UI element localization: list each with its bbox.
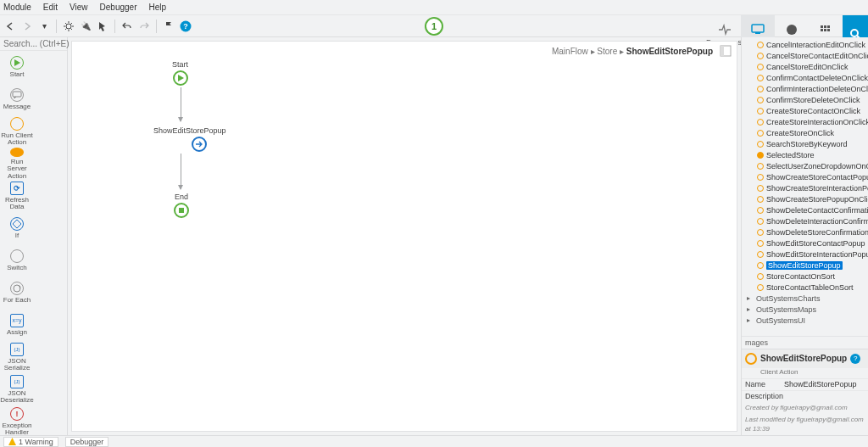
- widget-run-server-action[interactable]: Run Server Action: [0, 148, 34, 180]
- tree-item[interactable]: ShowCreateStorePopupOnClick: [742, 193, 868, 204]
- svg-rect-8: [827, 25, 830, 28]
- tree-item[interactable]: ShowEditStoreInteractionPopup: [742, 249, 868, 260]
- tree-item[interactable]: ConfirmContactDeleteOnClick: [742, 72, 868, 83]
- action-icon: [757, 108, 764, 115]
- svg-rect-10: [824, 29, 826, 31]
- prop-meta-created: Created by figueirapy@gmail.com: [742, 402, 868, 414]
- dock-icon[interactable]: [720, 45, 733, 59]
- status-debugger[interactable]: Debugger: [65, 437, 109, 447]
- prop-subtitle: Client Action: [742, 368, 868, 378]
- flow-action-node[interactable]: ShowEditStorePopup: [153, 126, 226, 152]
- right-panel: CancelInteractionEditOnClickCancelStoreC…: [741, 37, 868, 435]
- plug-icon[interactable]: 🔌: [79, 20, 92, 33]
- node-label: Start: [172, 60, 188, 69]
- tree-group[interactable]: ▸OutSystemsUI: [742, 315, 868, 326]
- redo-icon[interactable]: [137, 20, 151, 33]
- tree-item[interactable]: ShowDeleteStoreConfirmationPopupOnClick: [742, 226, 868, 237]
- settings-icon[interactable]: [62, 20, 75, 33]
- pointer-icon[interactable]: [96, 20, 109, 33]
- main-toolbar: ▾ 🔌 ? 1 Processes Interface Logic Data: [0, 15, 868, 37]
- action-icon: [757, 284, 764, 291]
- prop-row-name[interactable]: NameShowEditStorePopup: [742, 378, 868, 390]
- back-button[interactable]: [3, 20, 17, 33]
- widget-toolbox: ◀ StartMessageRun Client ActionRun Serve…: [0, 37, 68, 435]
- svg-rect-3: [752, 25, 764, 32]
- widget-for-each[interactable]: For Each: [0, 277, 34, 309]
- action-icon: [757, 174, 764, 181]
- tree-item[interactable]: SelectUserZoneDropdownOnChange: [742, 160, 868, 171]
- tree-item[interactable]: ShowCreateStoreContactPopupOnClick: [742, 171, 868, 182]
- tree-item[interactable]: ShowCreateStoreInteractionPopupOnClick: [742, 182, 868, 193]
- tree-group[interactable]: ▸OutSystemsMaps: [742, 304, 868, 315]
- flow-start-node[interactable]: Start: [172, 60, 188, 86]
- element-tree[interactable]: CancelInteractionEditOnClickCancelStoreC…: [742, 37, 868, 336]
- action-icon: [757, 218, 764, 225]
- svg-rect-9: [821, 29, 823, 31]
- undo-icon[interactable]: [120, 20, 134, 33]
- dropdown-nav[interactable]: ▾: [37, 20, 51, 33]
- widget-start[interactable]: Start: [0, 51, 34, 83]
- svg-rect-4: [755, 32, 760, 34]
- tree-footer: mages: [742, 336, 868, 349]
- tree-item[interactable]: StoreContactOnSort: [742, 271, 868, 282]
- menu-module[interactable]: Module: [3, 3, 31, 12]
- widget-switch[interactable]: Switch: [0, 244, 34, 277]
- svg-rect-7: [824, 25, 826, 28]
- tree-item[interactable]: CancelStoreEditOnClick: [742, 61, 868, 72]
- tree-item[interactable]: CancelInteractionEditOnClick: [742, 39, 868, 50]
- tree-item[interactable]: ShowDeleteInteractionConfirmationPopup: [742, 215, 868, 226]
- tree-item[interactable]: CreateStoreInteractionOnClick: [742, 116, 868, 127]
- widget-message[interactable]: Message: [0, 83, 34, 115]
- node-label: End: [175, 193, 188, 201]
- action-icon: [757, 196, 764, 203]
- tree-item[interactable]: ShowDeleteContactConfirmationPopup: [742, 204, 868, 215]
- action-icon: [757, 64, 764, 70]
- svg-point-0: [66, 24, 71, 29]
- svg-text:?: ?: [183, 22, 188, 31]
- status-bar: 1 Warning Debugger: [0, 435, 868, 447]
- action-icon: [757, 262, 764, 269]
- flow-end-node[interactable]: End: [174, 193, 189, 218]
- widget-exception-handler[interactable]: !Exception Handler: [0, 405, 34, 438]
- flag-icon[interactable]: [162, 20, 175, 33]
- status-warnings[interactable]: 1 Warning: [3, 437, 58, 447]
- svg-rect-13: [13, 92, 21, 97]
- tree-group[interactable]: ▸OutSystemsCharts: [742, 293, 868, 304]
- tree-item[interactable]: StoreContactTableOnSort: [742, 282, 868, 293]
- tree-item[interactable]: CancelStoreContactEditOnClick: [742, 50, 868, 61]
- action-icon: [757, 185, 764, 192]
- tree-item[interactable]: CreateStoreContactOnClick: [742, 105, 868, 116]
- widget-refresh-data[interactable]: ⟳Refresh Data: [0, 180, 34, 212]
- action-icon: [757, 141, 764, 148]
- prop-meta-modified: Last modified by figueirapy@gmail.com at…: [742, 414, 868, 435]
- action-icon: [757, 75, 764, 81]
- prop-help-icon[interactable]: ?: [850, 354, 860, 364]
- prop-row-description[interactable]: Description: [742, 390, 868, 402]
- widget-assign[interactable]: x=yAssign: [0, 309, 34, 341]
- tree-item[interactable]: CreateStoreOnClick: [742, 127, 868, 138]
- action-icon: [757, 163, 764, 170]
- forward-button[interactable]: [20, 20, 34, 33]
- menu-bar: Module Edit View Debugger Help: [0, 0, 868, 15]
- menu-debugger[interactable]: Debugger: [100, 3, 137, 12]
- publish-badge[interactable]: 1: [425, 17, 443, 36]
- tree-item[interactable]: SelectedStore: [742, 149, 868, 160]
- menu-edit[interactable]: Edit: [43, 3, 58, 12]
- tree-item[interactable]: ShowEditStoreContactPopup: [742, 237, 868, 249]
- flow-canvas[interactable]: MainFlow ▸ Store ▸ ShowEditStorePopup St…: [71, 41, 737, 432]
- widget-json-deserialize[interactable]: {J}JSON Deserialize: [0, 373, 34, 405]
- svg-point-5: [787, 25, 797, 35]
- tree-item[interactable]: ConfirmInteractionDeleteOnClick: [742, 83, 868, 94]
- svg-rect-6: [821, 25, 823, 28]
- tree-item[interactable]: ShowEditStorePopup: [742, 260, 868, 271]
- svg-rect-19: [721, 46, 724, 56]
- menu-view[interactable]: View: [70, 3, 88, 12]
- widget-run-client-action[interactable]: Run Client Action: [0, 115, 34, 148]
- breadcrumb: MainFlow ▸ Store ▸ ShowEditStorePopup: [552, 47, 713, 56]
- widget-if[interactable]: If: [0, 212, 34, 244]
- menu-help[interactable]: Help: [148, 3, 166, 12]
- tree-item[interactable]: ConfirmStoreDeleteOnClick: [742, 94, 868, 105]
- help-icon[interactable]: ?: [179, 20, 192, 33]
- widget-json-serialize[interactable]: {J}JSON Serialize: [0, 341, 34, 373]
- tree-item[interactable]: SearchStoreByKeyword: [742, 138, 868, 149]
